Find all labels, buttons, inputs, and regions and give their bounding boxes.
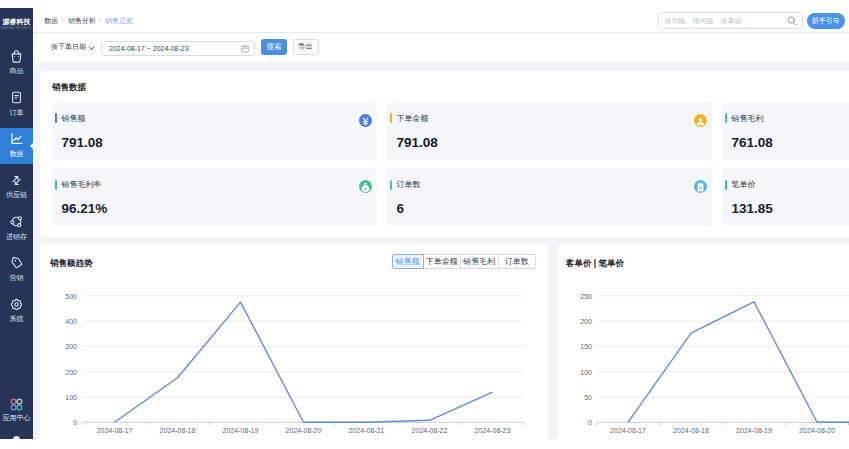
svg-text:150: 150 bbox=[580, 343, 592, 350]
svg-text:2024-08-23: 2024-08-23 bbox=[475, 427, 511, 434]
svg-text:2024-08-20: 2024-08-20 bbox=[799, 427, 835, 434]
svg-text:500: 500 bbox=[65, 293, 77, 300]
svg-text:250: 250 bbox=[580, 293, 592, 300]
svg-text:2024-08-18: 2024-08-18 bbox=[673, 427, 709, 434]
svg-text:0: 0 bbox=[588, 419, 592, 426]
svg-text:100: 100 bbox=[65, 394, 77, 401]
svg-text:200: 200 bbox=[65, 369, 77, 376]
svg-text:50: 50 bbox=[584, 394, 592, 401]
svg-text:300: 300 bbox=[65, 343, 77, 350]
svg-text:2024-08-18: 2024-08-18 bbox=[160, 427, 196, 434]
svg-text:2024-08-17: 2024-08-17 bbox=[97, 427, 133, 434]
svg-text:2024-08-22: 2024-08-22 bbox=[412, 427, 448, 434]
svg-text:2024-08-20: 2024-08-20 bbox=[286, 427, 322, 434]
svg-text:200: 200 bbox=[580, 318, 592, 325]
svg-text:400: 400 bbox=[65, 318, 77, 325]
svg-text:2024-08-21: 2024-08-21 bbox=[349, 427, 385, 434]
svg-text:2024-08-19: 2024-08-19 bbox=[223, 427, 259, 434]
svg-text:2024-08-19: 2024-08-19 bbox=[736, 427, 772, 434]
svg-text:2024-08-17: 2024-08-17 bbox=[610, 427, 646, 434]
svg-text:100: 100 bbox=[580, 369, 592, 376]
svg-text:0: 0 bbox=[73, 419, 77, 426]
